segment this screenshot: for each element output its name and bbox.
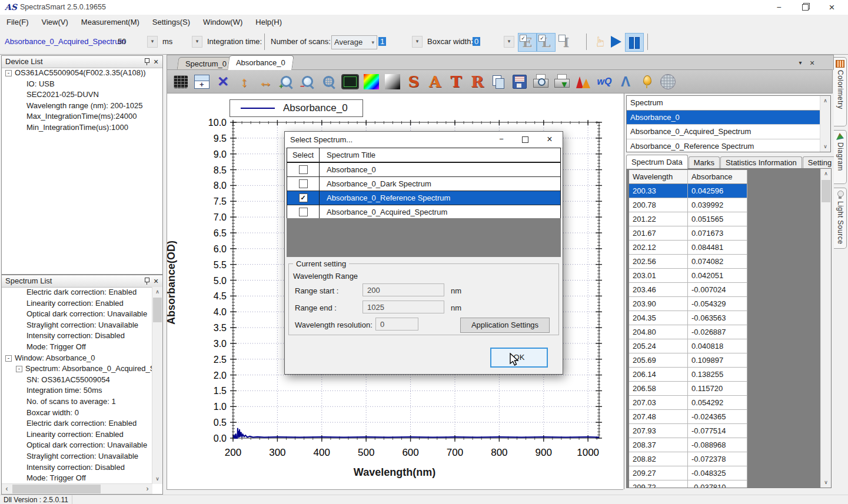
scroll-up-icon[interactable]	[821, 169, 831, 179]
data-row[interactable]: 209.72-0.037810	[629, 480, 821, 488]
menu-item[interactable]: File(F)	[0, 15, 35, 29]
zoom-horizontal-icon[interactable]: ↔	[255, 72, 275, 92]
data-row[interactable]: 205.690.109897	[629, 353, 821, 368]
data-row[interactable]: 202.120.084481	[629, 241, 821, 255]
spectrum-select-row[interactable]: Absorbance_0	[287, 163, 560, 177]
save-icon[interactable]	[510, 72, 530, 92]
spectrum-tree-item[interactable]: No. of scans to average: 1	[2, 396, 152, 408]
spectrum-select-row[interactable]: Absorbance_0_Dark Spectrum	[287, 177, 560, 191]
scroll-up-icon[interactable]	[820, 96, 830, 106]
data-row[interactable]: 203.46-0.007024	[629, 283, 821, 297]
application-settings-button[interactable]: Application Settings	[460, 318, 550, 333]
data-row[interactable]: 200.780.039992	[629, 198, 821, 212]
dialog-minimize-button[interactable]	[492, 132, 511, 147]
spectrum-list-item[interactable]: Absorbance_0	[627, 111, 820, 125]
data-tab[interactable]: Marks	[689, 156, 720, 169]
data-row[interactable]: 207.93-0.077514	[629, 424, 821, 438]
data-row[interactable]: 204.35-0.063563	[629, 311, 821, 325]
spectrum-list-item[interactable]: Absorbance_0_Reference Spectrum	[627, 139, 820, 152]
intensity-toggle[interactable]: I	[557, 33, 576, 52]
data-row[interactable]: 200.330.042596	[629, 184, 821, 198]
zoom-out-icon[interactable]: −	[298, 72, 318, 92]
scope-mode-icon[interactable]: S	[404, 72, 424, 92]
dialog-maximize-button[interactable]	[516, 132, 534, 147]
electric-dark-toggle[interactable]: E	[518, 33, 537, 52]
horizontal-scrollbar[interactable]	[2, 483, 152, 494]
collapse-icon[interactable]: -	[5, 70, 12, 76]
copy-icon[interactable]	[488, 72, 508, 92]
boxcar-dropdown-icon[interactable]	[504, 36, 514, 48]
data-row[interactable]: 202.560.074082	[629, 255, 821, 269]
spectrum-tree-item[interactable]: Optical dark correction: Unavailable	[2, 309, 152, 320]
data-tab[interactable]: Statistics Information	[720, 156, 802, 169]
add-view-icon[interactable]: +	[192, 72, 212, 92]
zoom-vertical-icon[interactable]: ↕	[234, 72, 254, 92]
wavelength-column-header[interactable]: Wavelength	[629, 170, 688, 184]
spectrum-select-row[interactable]: Absorbance_0_Reference Spectrum	[287, 191, 560, 205]
active-spectrum-label[interactable]: Absorbance_0_Acquired_Spectrum	[5, 37, 125, 46]
play-button[interactable]	[611, 36, 621, 48]
transmittance-mode-icon[interactable]: T	[446, 72, 466, 92]
spectrum-tree-item[interactable]: Straylight correction: Unavailable	[2, 451, 152, 462]
restore-button[interactable]	[792, 0, 819, 15]
vertical-scrollbar[interactable]	[820, 96, 830, 152]
device-tree-item[interactable]: Wavelength range (nm): 200-1025	[2, 101, 162, 112]
single-acquire-hand-icon[interactable]	[591, 33, 609, 51]
boxcar-width-field[interactable]: 0	[473, 37, 480, 46]
pin-icon[interactable]	[144, 58, 149, 65]
absorbance-mode-icon[interactable]: A	[425, 72, 445, 92]
expand-fit-icon[interactable]: ✕	[213, 72, 233, 92]
scans-mode-combo[interactable]: Average	[331, 35, 377, 49]
scroll-down-icon[interactable]	[152, 474, 162, 484]
spectrum-tree-item[interactable]: Boxcar width: 0	[2, 408, 152, 419]
collapse-icon[interactable]: -	[5, 355, 12, 362]
grayscale-icon[interactable]	[383, 72, 403, 92]
unit-dropdown-icon[interactable]	[192, 36, 202, 48]
minimize-button[interactable]	[766, 0, 792, 15]
data-row[interactable]: 201.670.071673	[629, 226, 821, 241]
spectrum-tree-item[interactable]: Linearity correction: Enabled	[2, 429, 152, 440]
range-end-input[interactable]	[363, 301, 444, 313]
close-panel-icon[interactable]	[152, 56, 160, 68]
tab-close-icon[interactable]	[807, 58, 817, 68]
spectrum-tree-item[interactable]: Intensity correction: Disabled	[2, 462, 152, 473]
scroll-down-icon[interactable]	[821, 478, 831, 488]
spectrum-tree-item[interactable]: SN: OS361AC55009054	[2, 375, 152, 386]
device-root-node[interactable]: -OS361AC55009054(F002.3.35(A108))	[2, 68, 162, 79]
data-row[interactable]: 203.010.042051	[629, 269, 821, 283]
sphere-grid-icon[interactable]	[658, 72, 678, 92]
resolution-input[interactable]	[375, 318, 418, 331]
range-start-input[interactable]	[363, 283, 444, 296]
device-tree-item[interactable]: Max_IntegrationTime(ms):24000	[2, 111, 162, 122]
device-tree-item[interactable]: SEC2021-025-DUVN	[2, 89, 162, 101]
data-row[interactable]: 208.82-0.072378	[629, 452, 821, 466]
diagram-side-tab[interactable]: Diagram	[834, 130, 847, 184]
spectrum-tree-item[interactable]: Electric dark correction: Enabled	[2, 418, 152, 429]
spectrum-checkbox[interactable]	[299, 208, 308, 216]
close-button[interactable]	[819, 0, 845, 15]
print-export-icon[interactable]: ▼	[552, 72, 572, 92]
colorimetry-side-tab[interactable]: Colorimetry	[834, 57, 847, 126]
data-row[interactable]: 206.580.115720	[629, 382, 821, 396]
wavelength-search-icon[interactable]: wQ	[594, 72, 614, 92]
colormap-icon[interactable]	[361, 72, 381, 92]
scroll-up-icon[interactable]	[152, 287, 162, 297]
tab-absorbance-0[interactable]: Absorbance_0	[227, 55, 294, 70]
absorbance-column-header[interactable]: Absorbance	[688, 170, 747, 184]
spectrum-select-row[interactable]: Absorbance_0_Acquired_Spectrum	[287, 205, 560, 219]
spectrum-list-item[interactable]: Absorbance_0_Acquired_Spectrum	[627, 125, 820, 139]
marker-pin-icon[interactable]	[637, 72, 657, 92]
scroll-left-icon[interactable]	[2, 484, 12, 494]
device-tree-item[interactable]: Min_IntegrationTime(us):1000	[2, 122, 162, 133]
spectrum-tree-item[interactable]: -Window: Absorbance_0	[2, 353, 152, 364]
zoom-region-icon[interactable]	[319, 72, 339, 92]
spectrum-checkbox[interactable]	[299, 179, 308, 188]
spectrum-checkbox[interactable]	[299, 193, 308, 202]
print-preview-icon[interactable]	[531, 72, 551, 92]
dialog-title-bar[interactable]: Select Spectrum...	[285, 132, 563, 148]
menu-item[interactable]: View(V)	[35, 15, 75, 29]
menu-item[interactable]: Help(H)	[249, 15, 288, 29]
oscilloscope-icon[interactable]	[340, 72, 360, 92]
scroll-down-icon[interactable]	[820, 142, 830, 152]
data-row[interactable]: 209.27-0.048325	[629, 466, 821, 480]
